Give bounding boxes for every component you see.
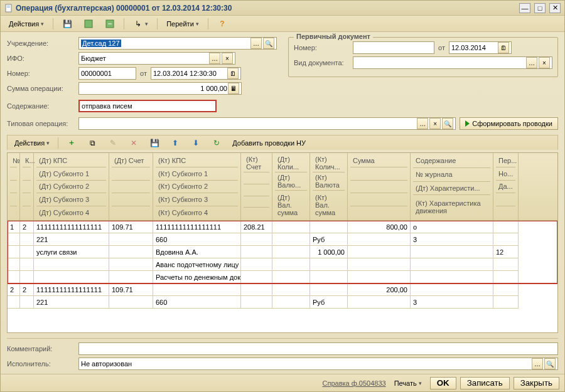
hdr-kt-kol: (Кт) Колич... [313,154,345,172]
hdr-kt-sub2: (Кт) Субконто 2 [156,181,238,194]
date-input[interactable]: 12.03.2014 12:30:30 🗓 [151,67,241,80]
entries-toolbar: Действия ▾ ＋ ⧉ ✎ ✕ 💾 ⬆ ⬇ ↻ Добавить пров… [7,135,558,150]
ellipsis-button[interactable]: … [526,57,537,68]
save-row-button[interactable]: 💾 [145,137,164,149]
derive-button[interactable]: ↳▾ [129,18,153,30]
search-button[interactable]: 🔍 [544,358,556,369]
refresh-square-button[interactable] [79,18,98,30]
hdr-kt-sub4: (Кт) Субконто 4 [156,206,238,219]
add-nu-button[interactable]: Добавить проводки НУ [228,137,310,149]
entries-actions-menu[interactable]: Действия ▾ [10,137,54,149]
executor-input[interactable]: Не авторизован …🔍 [78,358,558,370]
entries-grid[interactable]: № К... (Дт) КПС (Дт) Субконто 1 (Дт) Суб… [7,152,558,333]
institution-input[interactable]: Дет.сад 127 …🔍 [78,37,277,50]
ifo-value: Бюджет [81,55,106,62]
ellipsis-button[interactable]: … [417,118,428,129]
ellipsis-button[interactable]: … [209,53,220,64]
green-square2-icon [105,19,115,29]
operation-window: Операция (бухгалтерская) 00000001 от 12.… [0,0,565,392]
primary-number-input[interactable] [353,41,434,54]
entries-actions-label: Действия [14,139,45,147]
actions-menu[interactable]: Действия ▾ [4,18,48,30]
separator [124,18,124,29]
x-icon: ✕ [129,138,139,148]
cell-sod: о [411,221,493,233]
derive-icon: ↳ [133,19,143,29]
search-button[interactable]: 🔍 [442,118,453,129]
footer-fields: Комментарий: Исполнитель: Не авторизован… [7,338,558,371]
green-square-icon [83,19,94,29]
cell-ktsch: 208.21 [241,221,272,233]
pencil-icon: ✎ [108,138,118,148]
reload-button[interactable]: ↻ [207,137,226,149]
form-entries-button[interactable]: Сформировать проводки [460,117,558,130]
move-up-button[interactable]: ⬆ [166,137,185,149]
clear-button[interactable]: × [222,53,233,64]
print-menu[interactable]: Печать ▾ [390,377,426,389]
disk-icon: 💾 [149,138,159,148]
help-icon: ? [217,19,227,29]
primary-type-input[interactable]: …× [353,56,552,69]
ok-button[interactable]: OK [430,377,456,389]
ellipsis-button[interactable]: … [532,358,543,369]
number-input[interactable]: 00000001 [78,67,136,80]
close-button[interactable]: ✕ [549,3,561,13]
save-button[interactable]: 💾 [58,18,77,30]
window-title: Операция (бухгалтерская) 00000001 от 12.… [16,4,515,13]
comment-label: Комментарий: [7,345,75,352]
chevron-down-icon: ▾ [196,21,199,27]
clear-button[interactable]: × [539,57,550,68]
maximize-button[interactable]: □ [534,3,546,13]
copy-button[interactable]: ⧉ [83,137,102,149]
calculator-button[interactable]: 🖩 [228,83,239,94]
actions-label: Действия [9,20,39,28]
hdr-n: № [10,154,17,167]
clear-button[interactable]: × [429,118,441,129]
hdr-dt-sub4: (Дт) Субконто 4 [36,206,106,219]
sum-input[interactable]: 1 000,00 🖩 [78,82,242,95]
content-input[interactable]: отправка писем [78,100,217,112]
primary-document-box: Первичный документ Номер: от 12.03.2014 … [288,37,558,97]
executor-label: Исполнитель: [7,360,75,368]
grid-header: № К... (Дт) КПС (Дт) Субконто 1 (Дт) Суб… [8,153,557,221]
executor-value: Не авторизован [81,360,132,368]
comment-input[interactable] [78,342,558,355]
spravka-link[interactable]: Справка ф.0504833 [323,379,386,387]
close-window-button[interactable]: Закрыть [514,377,559,389]
hdr-dt-sub1: (Дт) Субконто 1 [36,167,106,181]
help-button[interactable]: ? [213,18,232,30]
goto-menu[interactable]: Перейти ▾ [162,18,203,30]
chevron-down-icon: ▾ [41,21,44,27]
calendar-button[interactable]: 🗓 [227,68,239,79]
goto-label: Перейти [166,20,194,28]
move-down-button[interactable]: ⬇ [186,137,205,149]
search-button[interactable]: 🔍 [263,38,274,49]
copy-icon: ⧉ [87,138,97,148]
chevron-down-icon: ▾ [46,140,50,146]
ifo-label: ИФО: [7,55,75,62]
svg-rect-1 [7,6,10,6]
minimize-button[interactable]: — [519,3,530,13]
cell-sum: 800,00 [348,221,411,233]
write-button[interactable]: Записать [460,377,510,389]
primary-date-input[interactable]: 12.03.2014 🗓 [449,41,512,54]
grid-body[interactable]: 1 2 11111111111111111 109.71 11111111111… [8,221,557,332]
sum-value: 1 000,00 [81,85,227,92]
typical-input[interactable]: …×🔍 [78,117,456,130]
typical-row: Типовая операция: …×🔍 Сформировать прово… [7,117,558,130]
hdr-dt-sub2: (Дт) Субконто 2 [36,181,106,194]
calendar-button[interactable]: 🗓 [498,42,509,53]
refresh-square2-button[interactable] [100,18,119,30]
institution-label: Учреждение: [7,40,75,47]
chevron-down-icon: ▾ [145,21,148,27]
edit-button[interactable]: ✎ [104,137,122,149]
ifo-input[interactable]: Бюджет …× [78,52,235,65]
content-area: Учреждение: Дет.сад 127 …🔍 ИФО: Бюджет …… [1,32,564,374]
table-row[interactable]: 1 2 11111111111111111 109.71 11111111111… [8,221,557,283]
add-button[interactable]: ＋ [62,137,81,149]
ellipsis-button[interactable]: … [250,38,262,49]
delete-button[interactable]: ✕ [124,137,143,149]
table-row[interactable]: 2 2 11111111111111111 109.71 200,00 [8,283,557,309]
primary-type-label: Вид документа: [294,59,349,66]
reload-icon: ↻ [212,138,222,148]
